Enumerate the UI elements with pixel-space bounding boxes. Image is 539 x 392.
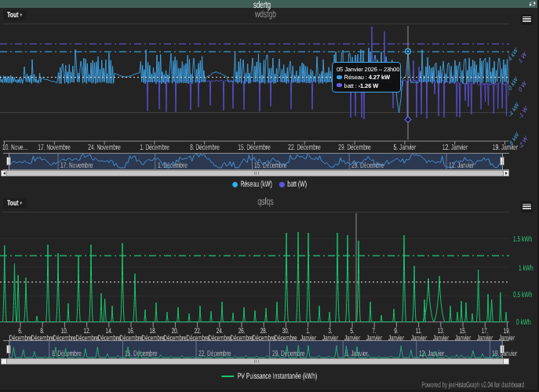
svg-text:0 kWh: 0 kWh [516, 318, 531, 327]
svg-text:4 kW: 4 kW [508, 45, 519, 63]
svg-text:1 kWh: 1 kWh [519, 264, 534, 273]
svg-text:0 W: 0 W [518, 79, 527, 94]
svg-text:0.5 kWh: 0.5 kWh [513, 291, 532, 299]
svg-text:1 W: 1 W [518, 50, 527, 65]
svg-text:1.5 kWh: 1.5 kWh [513, 235, 532, 244]
svg-text:-2 W: -2 W [518, 134, 529, 151]
svg-text:-1 W: -1 W [518, 104, 529, 121]
